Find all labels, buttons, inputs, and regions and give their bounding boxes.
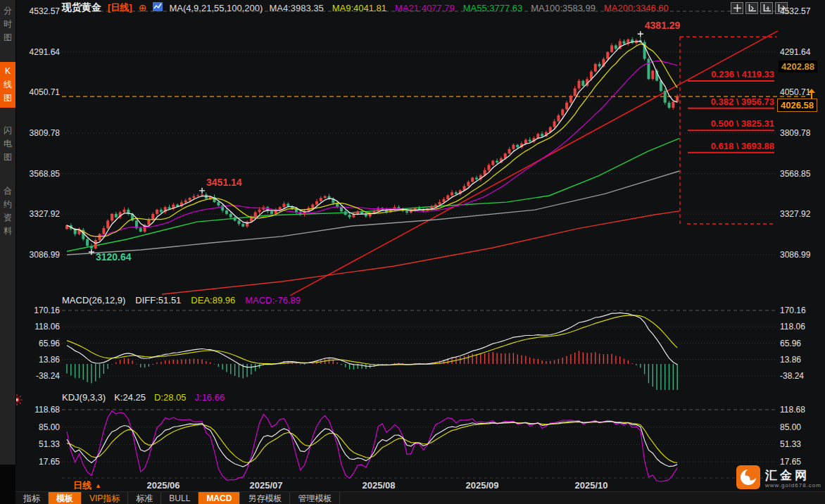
time-axis-label: 2025/09 — [466, 480, 499, 491]
sidebar-item-4[interactable]: 合约资料 — [0, 184, 15, 238]
chart-header: 现货黄金 [日线] ⊕ MA(4,9,21,55,100,200) MA4:39… — [62, 1, 669, 14]
svg-text:3120.64: 3120.64 — [96, 251, 132, 263]
toolbar-tab-BULL[interactable]: BULL — [161, 492, 199, 504]
toolbar-tab-VIP指标[interactable]: VIP指标 — [82, 492, 128, 504]
price-axis-label: 4050.71 — [780, 87, 810, 97]
toolbar-tab-另存模板[interactable]: 另存模板 — [240, 492, 290, 504]
price-axis-label: 4050.71 — [23, 87, 60, 97]
kdj-header: KDJ(9,3,3) K:24.25 D:28.05 J:16.66 — [62, 392, 225, 403]
sidebar-item-char: 料 — [4, 225, 12, 238]
price-axis-label: 4291.64 — [780, 47, 810, 57]
sidebar: 分时图K线图闪电图合约资料 — [0, 0, 16, 465]
price-axis-label: 3568.85 — [23, 169, 60, 179]
toolbar-tab-标准[interactable]: 标准 — [128, 492, 161, 504]
toolbar-tab-管理模板[interactable]: 管理模板 — [290, 492, 340, 504]
ma-value: MA9:4041.81 — [332, 3, 386, 13]
kdj-axis-label: 85.00 — [780, 422, 801, 432]
macd-axis-label: -38.24 — [23, 371, 60, 381]
time-axis-label: 2025/08 — [363, 480, 396, 491]
compare-add-icon[interactable]: ⊕ — [139, 4, 147, 13]
kdj-axis-label: 85.00 — [23, 422, 60, 432]
fib-level-label: 0.236 \ 4119.33 — [711, 69, 774, 80]
price-axis-label: 3568.85 — [780, 169, 810, 179]
logo-icon — [736, 465, 760, 492]
price-axis-label: 3809.78 — [780, 128, 810, 138]
price-axis-label: 3809.78 — [23, 128, 60, 138]
bottom-toolbar: 指标模板VIP指标标准BULLMACD另存模板管理模板 — [15, 491, 825, 504]
sidebar-item-char: 线 — [4, 78, 12, 92]
site-logo: 汇金网 www.gold678.com — [736, 465, 821, 492]
sidebar-item-char: 时 — [4, 18, 12, 31]
kdj-j-value: J:16.66 — [195, 392, 225, 403]
macd-title: MACD(26,12,9) — [62, 295, 125, 305]
sidebar-item-char: 闪 — [4, 124, 12, 137]
kdj-axis-label: 118.68 — [780, 405, 805, 415]
kdj-k-value: K:24.25 — [114, 392, 146, 403]
chevron-up-icon: ▲ — [95, 482, 101, 489]
logo-url: www.gold678.com — [765, 482, 821, 489]
kdj-axis-label: 118.68 — [23, 405, 60, 415]
axis-right-icon[interactable] — [760, 2, 773, 14]
kdj-axis-label: 51.33 — [23, 439, 60, 449]
sidebar-item-char: 电 — [4, 137, 12, 151]
price-axis-label: 3327.92 — [780, 209, 810, 219]
sidebar-bottom-spacer — [0, 465, 15, 504]
macd-axis-label: -38.24 — [780, 371, 804, 381]
ma-value: MA100:3583.99 — [531, 3, 596, 13]
kdj-axis-label: 51.33 — [780, 439, 801, 449]
chart-canvas[interactable]: 3120.643451.144381.29 — [0, 0, 825, 504]
logo-text: 汇金网 — [765, 470, 821, 482]
chart-toolbar-icons — [731, 2, 788, 14]
sidebar-item-3[interactable]: 闪电图 — [0, 124, 15, 164]
macd-dea-value: DEA:89.96 — [191, 295, 235, 305]
last-price-badge: 4026.58 — [777, 99, 817, 112]
sidebar-item-2[interactable]: K线图 — [0, 62, 15, 108]
time-axis-label: 2025/10 — [575, 480, 608, 491]
fib-level-label: 0.500 \ 3825.31 — [711, 118, 774, 129]
ma-value: MA55:3777.63 — [463, 3, 523, 13]
price-axis-label: 3086.99 — [23, 250, 60, 260]
price-axis-label: 4532.57 — [23, 6, 60, 16]
sidebar-item-char: 图 — [4, 151, 12, 164]
svg-text:4381.29: 4381.29 — [645, 20, 681, 31]
fib-level-label: 0.382 \ 3956.73 — [711, 96, 774, 107]
ma-value: MA4:3983.35 — [269, 3, 323, 13]
ma-value: MA21:4077.79 — [395, 3, 455, 13]
price-axis-label: 4532.57 — [780, 6, 810, 16]
svg-text:3451.14: 3451.14 — [206, 177, 242, 188]
period-tag: [日线] — [108, 1, 132, 14]
macd-axis-label: 65.96 — [780, 339, 801, 348]
time-axis-label: 2025/06 — [147, 480, 180, 491]
sidebar-item-1[interactable]: 分时图 — [0, 4, 15, 44]
symbol-name: 现货黄金 — [62, 1, 101, 14]
toolbar-tab-指标[interactable]: 指标 — [15, 492, 49, 504]
axis-left-icon[interactable] — [745, 2, 758, 14]
sidebar-item-char: K — [5, 65, 11, 78]
macd-axis-label: 118.06 — [780, 322, 805, 332]
pan-move-icon[interactable] — [731, 2, 743, 14]
ma-values: MA4:3983.35MA9:4041.81MA21:4077.79MA55:3… — [269, 3, 668, 13]
ma-settings: MA(4,9,21,55,100,200) — [169, 3, 263, 13]
macd-axis-label: 118.06 — [23, 322, 60, 332]
trading-app: 3120.643451.144381.29 分时图K线图闪电图合约资料 现货黄金… — [0, 0, 825, 504]
period-selector[interactable]: 日线 ▲ — [73, 479, 101, 492]
kdj-title: KDJ(9,3,3) — [62, 392, 106, 403]
price-axis-label: 4291.64 — [23, 47, 60, 57]
chart-type-icon[interactable] — [153, 1, 163, 14]
time-axis-label: 2025/07 — [250, 480, 283, 491]
toolbar-tab-MACD[interactable]: MACD — [199, 492, 240, 504]
macd-hist-value: MACD:-76.89 — [245, 295, 301, 305]
sidebar-item-char: 约 — [4, 198, 12, 211]
price-axis-label: 3086.99 — [780, 250, 810, 260]
period-label[interactable]: 日线 — [73, 479, 92, 492]
macd-axis-label: 13.86 — [23, 355, 60, 365]
fib-level-label: 0.618 \ 3693.88 — [711, 141, 774, 151]
macd-header: MACD(26,12,9) DIFF:51.51 DEA:89.96 MACD:… — [62, 295, 301, 305]
toolbar-tab-模板[interactable]: 模板 — [49, 492, 82, 504]
macd-diff-value: DIFF:51.51 — [135, 295, 181, 305]
settlement-price-badge: 4202.88 — [779, 61, 817, 73]
macd-axis-label: 13.86 — [780, 355, 801, 365]
macd-axis-label: 170.16 — [23, 305, 60, 315]
sidebar-item-char: 图 — [4, 92, 12, 105]
kdj-axis-label: 17.65 — [23, 457, 60, 467]
